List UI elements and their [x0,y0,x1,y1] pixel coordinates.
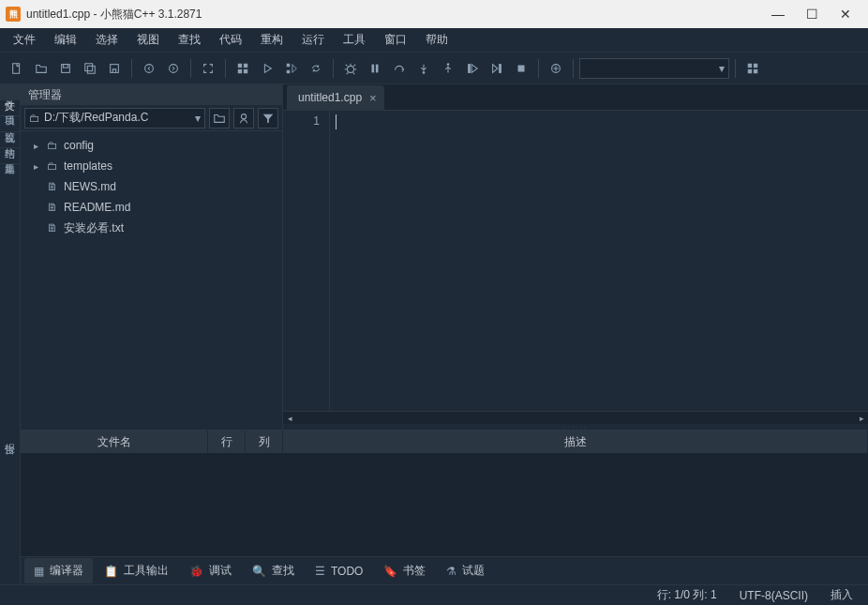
menu-window[interactable]: 窗口 [375,28,416,52]
step-over-icon[interactable] [388,57,411,80]
run-to-cursor-icon[interactable] [486,57,508,80]
main-area: 文件 项目 监视 结构 题集 管理器 🗀 D:/下载/RedPanda.C ▾ … [0,84,868,430]
vtab-project[interactable]: 项目 [0,100,20,116]
col-col[interactable]: 列 [246,431,283,453]
vtab-files[interactable]: 文件 [0,84,20,100]
menu-run[interactable]: 运行 [292,28,334,52]
stop-icon[interactable] [510,57,532,80]
locate-button[interactable] [233,108,254,129]
compile-run-icon[interactable] [280,57,303,80]
menu-select[interactable]: 选择 [86,28,127,52]
menu-refactor[interactable]: 重构 [251,28,292,52]
pause-icon[interactable] [364,57,386,80]
scroll-left-icon[interactable]: ◂ [283,412,296,424]
step-out-icon[interactable] [437,57,459,80]
vtab-watch[interactable]: 监视 [0,116,20,132]
btab-problem[interactable]: ⚗试题 [437,558,494,583]
debug-icon[interactable] [339,57,362,80]
scroll-track[interactable] [296,412,855,424]
svg-rect-8 [238,63,242,67]
editor-hscroll[interactable]: ◂ ▸ [283,411,868,424]
continue-icon[interactable] [461,57,484,80]
close-icon[interactable]: × [369,91,377,105]
svg-rect-5 [111,64,119,72]
tree-file[interactable]: 🗎README.md [21,197,282,218]
chevron-down-icon: ▾ [195,112,201,125]
issues-header: 文件名 行 列 描述 [21,431,868,453]
run-icon[interactable] [256,57,278,80]
save-icon[interactable] [54,57,77,80]
col-desc[interactable]: 描述 [283,431,868,453]
tree-file[interactable]: 🗎NEWS.md [21,176,282,197]
save-all-icon[interactable] [79,57,101,80]
btab-todo[interactable]: ☰TODO [306,560,372,582]
vtab-report[interactable]: 报告 [0,430,20,441]
menu-file[interactable]: 文件 [4,28,45,52]
new-file-icon[interactable] [6,57,28,80]
vtab-structure[interactable]: 结构 [0,132,20,148]
bottom-tabs: ▦编译器 📋工具输出 🐞调试 🔍查找 ☰TODO 🔖书签 ⚗试题 [21,556,868,584]
btab-label: 试题 [462,563,485,579]
step-into-icon[interactable] [412,57,435,80]
filter-button[interactable] [258,108,278,129]
path-combo[interactable]: 🗀 D:/下载/RedPanda.C ▾ [24,108,205,129]
svg-point-7 [170,64,178,72]
bug-icon: 🐞 [189,565,203,578]
chevron-right-icon: ▸ [34,161,43,172]
open-file-icon[interactable] [30,57,52,80]
tree-folder[interactable]: ▸🗀templates [21,156,282,176]
svg-rect-10 [238,68,242,72]
menu-help[interactable]: 帮助 [416,28,457,52]
menu-view[interactable]: 视图 [127,28,169,52]
btab-tool-output[interactable]: 📋工具输出 [95,558,178,583]
path-row: 🗀 D:/下载/RedPanda.C ▾ [21,105,282,131]
btab-compiler[interactable]: ▦编译器 [24,558,93,583]
open-folder-button[interactable] [209,108,230,129]
close-button[interactable]: ✕ [829,0,862,28]
compile-icon[interactable] [232,57,254,80]
save-as-icon[interactable] [103,57,126,80]
statusbar: 行: 1/0 列: 1 UTF-8(ASCII) 插入 [0,584,868,605]
maximize-button[interactable]: ☐ [795,0,829,28]
forward-icon[interactable] [162,57,185,80]
svg-point-6 [145,64,154,72]
flask-icon: ⚗ [446,565,456,578]
menu-edit[interactable]: 编辑 [45,28,86,52]
btab-bookmark[interactable]: 🔖书签 [374,558,435,583]
btab-debug[interactable]: 🐞调试 [180,558,241,583]
minimize-button[interactable]: — [761,0,795,28]
menubar: 文件 编辑 选择 视图 查找 代码 重构 运行 工具 窗口 帮助 [0,28,868,53]
scroll-right-icon[interactable]: ▸ [855,412,868,424]
back-icon[interactable] [138,57,160,80]
col-filename[interactable]: 文件名 [21,431,208,453]
sidebar: 管理器 🗀 D:/下载/RedPanda.C ▾ ▸🗀config ▸🗀temp… [21,84,283,430]
layout-icon[interactable] [741,57,764,80]
btab-label: TODO [331,565,363,578]
editor-tab[interactable]: untitled1.cpp × [287,85,384,110]
fullscreen-icon[interactable] [197,57,219,80]
menu-find[interactable]: 查找 [169,28,210,52]
sidebar-header: 管理器 [21,84,282,105]
add-breakpoint-icon[interactable] [545,57,567,80]
menu-code[interactable]: 代码 [210,28,251,52]
window-title: untitled1.cpp - 小熊猫C++ 3.1.2871 [26,7,761,23]
code-content[interactable] [330,111,868,411]
line-gutter: 1 [283,111,330,411]
tree-file[interactable]: 🗎安装必看.txt [21,218,282,238]
code-editor[interactable]: 1 [283,111,868,411]
svg-rect-24 [754,63,757,67]
vtab-problems[interactable]: 题集 [0,148,20,164]
svg-rect-0 [13,63,20,73]
folder-icon: 🗀 [47,139,60,152]
chevron-right-icon: ▸ [34,141,43,151]
tab-label: untitled1.cpp [298,91,362,104]
btab-find[interactable]: 🔍查找 [243,558,304,583]
menu-tools[interactable]: 工具 [334,28,375,52]
rebuild-icon[interactable] [305,57,327,80]
tree-label: config [64,139,94,152]
compiler-combo[interactable]: ▾ [579,58,729,79]
col-line[interactable]: 行 [208,431,246,453]
list-icon: ☰ [315,565,325,578]
tree-folder[interactable]: ▸🗀config [21,135,282,156]
bottom-left-margin: 报告 [0,430,21,584]
